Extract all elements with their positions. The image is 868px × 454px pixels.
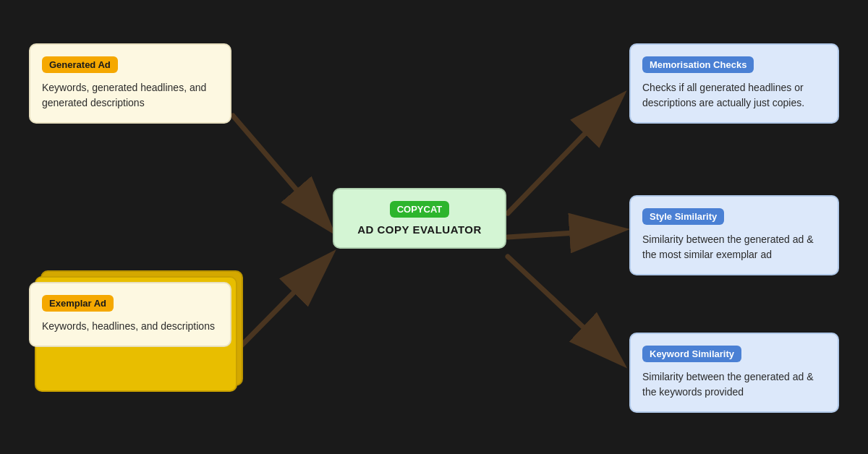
exemplar-ad-badge: Exemplar Ad: [42, 295, 114, 312]
style-badge: Style Similarity: [642, 208, 724, 225]
keyword-card: Keyword Similarity Similarity between th…: [629, 333, 839, 413]
center-badge: COPYCAT: [390, 201, 450, 218]
svg-line-4: [508, 230, 620, 237]
svg-line-1: [233, 116, 329, 228]
exemplar-ad-stack: Exemplar Ad Keywords, headlines, and des…: [29, 282, 231, 347]
center-card: COPYCAT AD COPY EVALUATOR: [333, 188, 506, 249]
svg-line-3: [508, 98, 620, 213]
generated-ad-badge: Generated Ad: [42, 56, 118, 73]
generated-ad-card: Generated Ad Keywords, generated headlin…: [29, 43, 231, 124]
exemplar-ad-body: Keywords, headlines, and descriptions: [42, 319, 218, 334]
keyword-badge: Keyword Similarity: [642, 346, 741, 362]
svg-line-5: [508, 257, 620, 361]
exemplar-card-front: Exemplar Ad Keywords, headlines, and des…: [29, 282, 231, 347]
memorisation-card: Memorisation Checks Checks if all genera…: [629, 43, 839, 124]
memorisation-badge: Memorisation Checks: [642, 56, 754, 73]
svg-line-2: [233, 257, 329, 354]
style-body: Similarity between the generated ad & th…: [642, 232, 826, 262]
style-card: Style Similarity Similarity between the …: [629, 195, 839, 275]
diagram-container: Generated Ad Keywords, generated headlin…: [0, 0, 868, 454]
center-title: AD COPY EVALUATOR: [349, 223, 490, 236]
keyword-body: Similarity between the generated ad & th…: [642, 369, 826, 400]
memorisation-body: Checks if all generated headlines or des…: [642, 80, 826, 111]
generated-ad-body: Keywords, generated headlines, and gener…: [42, 80, 218, 111]
